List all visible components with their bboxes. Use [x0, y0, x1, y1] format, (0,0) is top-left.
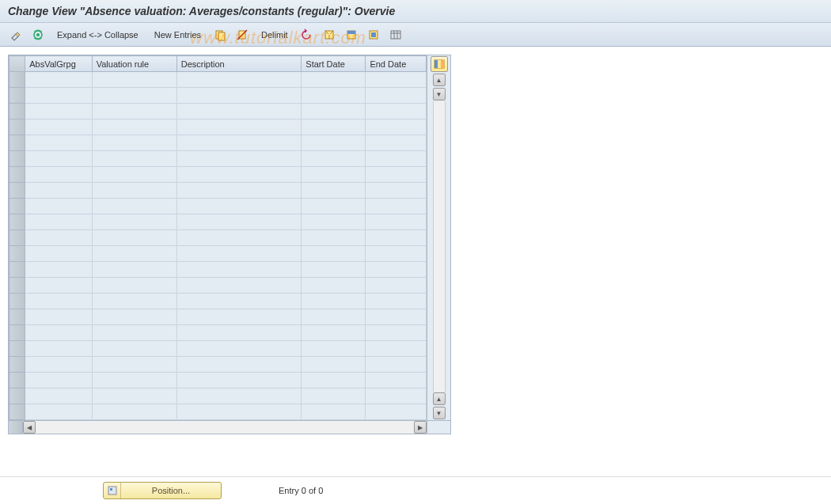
- row-selector[interactable]: [9, 278, 25, 294]
- cell-absvalgrpg[interactable]: [25, 278, 92, 294]
- expand-collapse-button[interactable]: Expand <-> Collapse: [52, 28, 143, 41]
- cell-absvalgrpg[interactable]: [25, 214, 92, 230]
- cell-description[interactable]: [176, 278, 302, 294]
- cell-end-date[interactable]: [366, 373, 427, 388]
- table-settings-icon[interactable]: [388, 27, 404, 43]
- cell-end-date[interactable]: [366, 199, 427, 214]
- cell-valuation-rule[interactable]: [92, 135, 176, 151]
- cell-end-date[interactable]: [366, 278, 427, 294]
- cell-absvalgrpg[interactable]: [25, 246, 92, 262]
- cell-start-date[interactable]: [302, 72, 366, 88]
- configure-columns-button[interactable]: [431, 56, 448, 72]
- column-header-end-date[interactable]: End Date: [366, 56, 427, 72]
- cell-end-date[interactable]: [366, 262, 427, 278]
- cell-absvalgrpg[interactable]: [25, 325, 92, 341]
- cell-absvalgrpg[interactable]: [25, 119, 92, 135]
- toggle-display-change-icon[interactable]: [8, 27, 24, 43]
- cell-end-date[interactable]: [366, 246, 427, 262]
- cell-valuation-rule[interactable]: [92, 309, 176, 325]
- row-selector[interactable]: [9, 357, 25, 373]
- cell-end-date[interactable]: [366, 325, 427, 341]
- row-selector[interactable]: [9, 214, 25, 230]
- row-selector[interactable]: [9, 72, 25, 88]
- cell-start-date[interactable]: [302, 88, 366, 104]
- row-selector[interactable]: [9, 167, 25, 183]
- row-selector[interactable]: [9, 294, 25, 309]
- row-selector[interactable]: [9, 151, 25, 167]
- cell-end-date[interactable]: [366, 214, 427, 230]
- cell-description[interactable]: [176, 357, 302, 373]
- cell-valuation-rule[interactable]: [92, 373, 176, 388]
- row-selector[interactable]: [9, 404, 25, 420]
- cell-start-date[interactable]: [302, 404, 366, 420]
- cell-absvalgrpg[interactable]: [25, 262, 92, 278]
- undo-icon[interactable]: [299, 27, 315, 43]
- column-header-description[interactable]: Description: [176, 56, 302, 72]
- cell-valuation-rule[interactable]: [92, 325, 176, 341]
- cell-start-date[interactable]: [302, 214, 366, 230]
- cell-absvalgrpg[interactable]: [25, 404, 92, 420]
- cell-end-date[interactable]: [366, 135, 427, 151]
- deselect-all-icon[interactable]: [366, 27, 381, 43]
- cell-valuation-rule[interactable]: [92, 183, 176, 199]
- cell-valuation-rule[interactable]: [92, 262, 176, 278]
- row-selector[interactable]: [9, 135, 25, 151]
- cell-start-date[interactable]: [302, 262, 366, 278]
- row-selector[interactable]: [9, 309, 25, 325]
- cell-absvalgrpg[interactable]: [25, 309, 92, 325]
- cell-valuation-rule[interactable]: [92, 199, 176, 214]
- cell-start-date[interactable]: [302, 246, 366, 262]
- cell-description[interactable]: [176, 262, 302, 278]
- scroll-up-button[interactable]: ▲: [433, 74, 446, 86]
- cell-start-date[interactable]: [302, 135, 366, 151]
- cell-absvalgrpg[interactable]: [25, 104, 92, 119]
- cell-description[interactable]: [176, 404, 302, 420]
- column-header-start-date[interactable]: Start Date: [302, 56, 366, 72]
- row-selector[interactable]: [9, 388, 25, 404]
- cell-valuation-rule[interactable]: [92, 246, 176, 262]
- scroll-page-down-button[interactable]: ▲: [433, 392, 446, 405]
- cell-end-date[interactable]: [366, 404, 427, 420]
- other-view-icon[interactable]: [30, 27, 46, 43]
- cell-valuation-rule[interactable]: [92, 388, 176, 404]
- select-all-icon[interactable]: [321, 27, 337, 43]
- cell-description[interactable]: [176, 72, 302, 88]
- cell-start-date[interactable]: [302, 388, 366, 404]
- vertical-scrollbar-track[interactable]: [433, 101, 446, 392]
- row-selector[interactable]: [9, 341, 25, 357]
- scroll-page-up-button[interactable]: ▼: [433, 88, 446, 100]
- cell-start-date[interactable]: [302, 325, 366, 341]
- cell-valuation-rule[interactable]: [92, 278, 176, 294]
- cell-end-date[interactable]: [366, 388, 427, 404]
- copy-icon[interactable]: [212, 27, 228, 43]
- cell-description[interactable]: [176, 341, 302, 357]
- cell-valuation-rule[interactable]: [92, 119, 176, 135]
- cell-end-date[interactable]: [366, 341, 427, 357]
- cell-valuation-rule[interactable]: [92, 357, 176, 373]
- cell-description[interactable]: [176, 388, 302, 404]
- cell-end-date[interactable]: [366, 309, 427, 325]
- cell-absvalgrpg[interactable]: [25, 199, 92, 214]
- cell-description[interactable]: [176, 104, 302, 119]
- cell-valuation-rule[interactable]: [92, 167, 176, 183]
- cell-description[interactable]: [176, 88, 302, 104]
- cell-absvalgrpg[interactable]: [25, 341, 92, 357]
- cell-start-date[interactable]: [302, 167, 366, 183]
- cell-description[interactable]: [176, 325, 302, 341]
- cell-start-date[interactable]: [302, 230, 366, 246]
- cell-description[interactable]: [176, 135, 302, 151]
- cell-description[interactable]: [176, 167, 302, 183]
- row-selector[interactable]: [9, 246, 25, 262]
- cell-absvalgrpg[interactable]: [25, 151, 92, 167]
- cell-start-date[interactable]: [302, 357, 366, 373]
- cell-valuation-rule[interactable]: [92, 151, 176, 167]
- row-selector[interactable]: [9, 373, 25, 388]
- cell-description[interactable]: [176, 246, 302, 262]
- delimit-button[interactable]: Delimit: [256, 28, 293, 41]
- cell-description[interactable]: [176, 199, 302, 214]
- row-selector[interactable]: [9, 183, 25, 199]
- cell-absvalgrpg[interactable]: [25, 357, 92, 373]
- cell-description[interactable]: [176, 309, 302, 325]
- cell-start-date[interactable]: [302, 373, 366, 388]
- cell-end-date[interactable]: [366, 294, 427, 309]
